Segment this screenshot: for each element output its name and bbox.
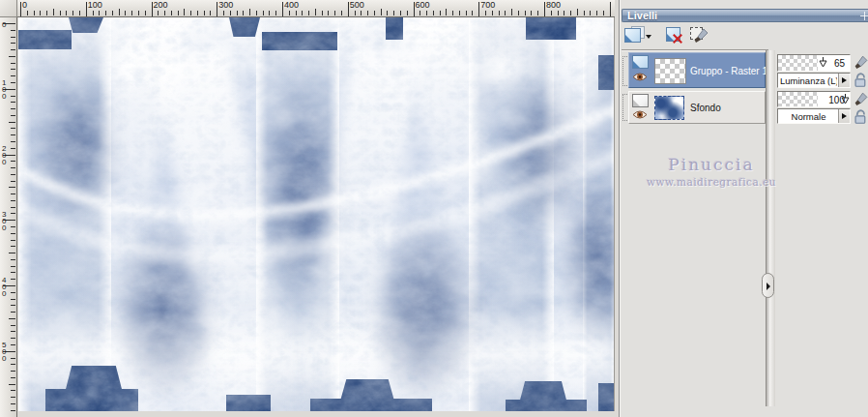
opacity-slider-gruppo[interactable]: 65 [777, 54, 851, 72]
palette-toolbar [620, 24, 769, 49]
toolbar-divider [622, 49, 768, 51]
eye-icon[interactable] [632, 72, 648, 82]
layer-group-bracket [622, 56, 627, 86]
layer-thumbnail[interactable] [654, 96, 684, 120]
blend-mode-value: Luminanza (L) [780, 75, 837, 86]
watermark: Pinuccia www.maidiregrafica.eu [629, 155, 794, 188]
chevron-down-icon[interactable] [646, 35, 651, 39]
chevron-right-icon[interactable] [838, 109, 850, 123]
layer-name: Sfondo [690, 103, 721, 113]
blend-mode-select-gruppo[interactable]: Luminanza (L) [777, 73, 851, 88]
blend-mode-value: Normale [780, 111, 837, 122]
frost-texture-overlay [18, 17, 615, 411]
opacity-value: 100 [828, 94, 845, 104]
ruler-vertical[interactable]: 01 0 02 0 03 0 04 0 05 0 0 [0, 17, 17, 417]
new-layer-icon [624, 28, 641, 43]
palette-menu-button[interactable] [860, 12, 868, 20]
layer-page-icon [632, 94, 649, 107]
red-x-icon [673, 34, 682, 44]
open-padlock-icon[interactable] [853, 72, 868, 88]
layer-group-bracket [622, 94, 627, 121]
app-window: 0100200300400500600700800 01 0 02 0 03 0… [0, 0, 868, 417]
edit-selection-button[interactable] [689, 25, 712, 46]
brush-icon[interactable] [853, 54, 868, 71]
opacity-slider-handle[interactable] [819, 57, 827, 69]
palette-title: Livelli [627, 10, 657, 21]
blend-mode-select-sfondo[interactable]: Normale [777, 108, 851, 124]
layer-thumbnail[interactable] [654, 58, 686, 84]
layer-name: Gruppo - Raster 1 [690, 65, 767, 75]
splitter-handle[interactable] [762, 273, 774, 298]
ruler-horizontal[interactable]: 0100200300400500600700800 [17, 0, 615, 17]
opacity-checker-strip [778, 92, 818, 106]
watermark-name: Pinuccia [629, 155, 794, 174]
layer-row-sfondo[interactable]: Sfondo [628, 91, 766, 124]
brush-icon[interactable] [853, 91, 868, 107]
eye-icon[interactable] [632, 109, 648, 120]
palette-title-bar[interactable]: Livelli [622, 9, 868, 22]
ruler-corner [0, 0, 17, 17]
opacity-slider-sfondo[interactable]: 100 [777, 91, 851, 107]
layers-palette: Livelli [619, 0, 868, 417]
workspace: 0100200300400500600700800 01 0 02 0 03 0… [0, 0, 619, 417]
new-layer-button[interactable] [623, 25, 654, 46]
layer-row-gruppo-raster-1[interactable]: Gruppo - Raster 1 [628, 52, 766, 88]
watermark-url: www.maidiregrafica.eu [629, 176, 794, 188]
brush-icon [691, 26, 710, 45]
canvas-image[interactable] [18, 17, 615, 411]
delete-layer-button[interactable] [664, 25, 687, 46]
open-padlock-icon[interactable] [853, 108, 868, 125]
opacity-value: 65 [834, 58, 845, 69]
layer-group-icon [632, 55, 649, 69]
opacity-checker-strip [778, 55, 818, 71]
chevron-right-icon[interactable] [838, 74, 850, 87]
palette-splitter[interactable] [766, 50, 775, 406]
delete-layer-icon [666, 27, 680, 42]
